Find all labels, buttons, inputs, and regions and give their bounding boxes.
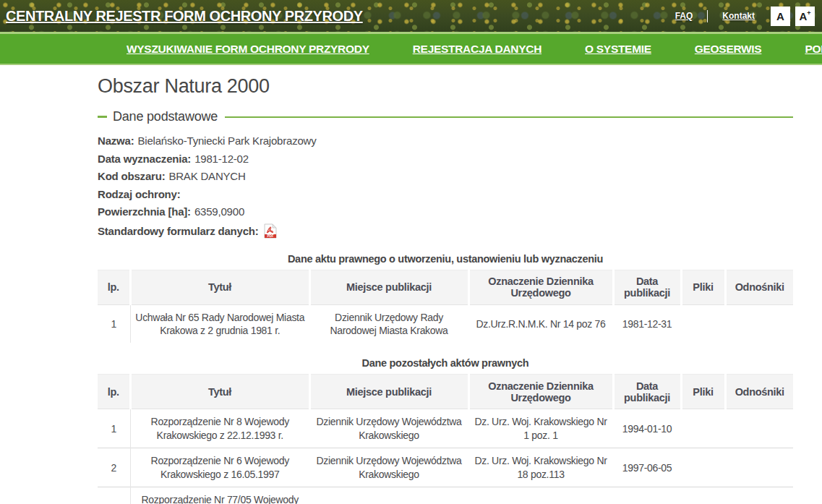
cell-miejsce: Dziennik Urzędowy Województwa Krakowskie… bbox=[309, 409, 468, 448]
nav-item-wyszukiwanie[interactable]: WYSZUKIWANIE FORM OCHRONY PRZYRODY bbox=[127, 43, 369, 56]
cell-tytul: Rozporządzenie Nr 6 Wojewody Krakowskieg… bbox=[130, 448, 309, 487]
field-nazwa: Nazwa: Bielańsko-Tyniecki Park Krajobraz… bbox=[98, 134, 793, 147]
cell-lp: 2 bbox=[98, 448, 130, 487]
faq-link[interactable]: FAQ bbox=[675, 11, 693, 21]
main-content: Obszar Natura 2000 Dane podstawowe Nazwa… bbox=[98, 75, 793, 504]
col-miejsce-publikacji: Miejsce publikacji bbox=[309, 270, 468, 304]
cell-odnosniki bbox=[725, 409, 793, 448]
col-data-publikacji: Data publikacji bbox=[613, 270, 681, 304]
field-rodzaj-ochrony: Rodzaj ochrony: bbox=[98, 188, 793, 200]
cell-tytul: Rozporządzenie Nr 8 Wojewody Krakowskieg… bbox=[130, 409, 309, 448]
cell-tytul: Rozporządzenie Nr 77/05 Wojewody Małopol… bbox=[130, 487, 309, 504]
cell-pliki bbox=[681, 304, 725, 343]
col-pliki: Pliki bbox=[681, 270, 725, 304]
nav-item-geoserwis[interactable]: GEOSERWIS bbox=[695, 43, 762, 56]
cell-odnosniki bbox=[725, 304, 793, 343]
cell-miejsce: Dziennik Urzędowy Rady Narodowej Miasta … bbox=[309, 304, 468, 343]
main-navigation: WYSZUKIWANIE FORM OCHRONY PRZYRODY REJES… bbox=[0, 32, 822, 65]
font-size-normal-button[interactable]: A bbox=[771, 7, 790, 26]
cell-lp: 1 bbox=[98, 409, 130, 448]
field-powierzchnia: Powierzchnia [ha]: 6359,0900 bbox=[98, 205, 793, 218]
table-row: 1 Uchwała Nr 65 Rady Narodowej Miasta Kr… bbox=[98, 304, 793, 343]
cell-pliki bbox=[681, 487, 725, 504]
table-row: 1 Rozporządzenie Nr 8 Wojewody Krakowski… bbox=[98, 409, 793, 448]
section-header-dane-podstawowe: Dane podstawowe bbox=[98, 109, 793, 124]
cell-oznaczenie: Dz. Urz. Woj. Krakowskiego Nr 18 poz.113 bbox=[468, 448, 613, 487]
page-title: Obszar Natura 2000 bbox=[98, 75, 793, 98]
col-lp: lp. bbox=[98, 270, 130, 304]
pdf-icon[interactable]: PDF bbox=[264, 223, 277, 239]
col-odnosniki: Odnośniki bbox=[725, 270, 793, 304]
cell-data-publikacji: 1997-06-05 bbox=[613, 448, 681, 487]
field-label: Nazwa: bbox=[98, 134, 134, 147]
top-links-divider bbox=[707, 10, 708, 22]
font-size-larger-label: A bbox=[799, 11, 807, 22]
table-akt-prawny-utworzenie: lp. Tytuł Miejsce publikacji Oznaczenie … bbox=[98, 270, 793, 343]
kontakt-link[interactable]: Kontakt bbox=[722, 11, 755, 21]
table-header-row: lp. Tytuł Miejsce publikacji Oznaczenie … bbox=[98, 270, 793, 304]
nav-item-pomoc[interactable]: POMOC bbox=[805, 43, 822, 56]
nav-item-rejestracja[interactable]: REJESTRACJA DANYCH bbox=[413, 43, 541, 56]
col-pliki: Pliki bbox=[681, 375, 725, 409]
table-row: 2 Rozporządzenie Nr 6 Wojewody Krakowski… bbox=[98, 448, 793, 487]
col-tytul: Tytuł bbox=[130, 375, 309, 409]
cell-tytul: Uchwała Nr 65 Rady Narodowej Miasta Krak… bbox=[130, 304, 309, 343]
table-pozostale-akty: lp. Tytuł Miejsce publikacji Oznaczenie … bbox=[98, 374, 793, 504]
field-label: Kod obszaru: bbox=[98, 170, 165, 182]
col-oznaczenie-dziennika: Oznaczenie Dziennika Urzędowego bbox=[468, 270, 613, 304]
cell-pliki bbox=[681, 409, 725, 448]
cell-oznaczenie: Dz. Urz. Woj. Krakowskiego Nr 1 poz. 1 bbox=[468, 409, 613, 448]
cell-pliki bbox=[681, 448, 725, 487]
col-miejsce-publikacji: Miejsce publikacji bbox=[309, 375, 468, 409]
cell-miejsce: Dziennik Urzędowy Województwa Krakowskie… bbox=[309, 448, 468, 487]
col-oznaczenie-dziennika: Oznaczenie Dziennika Urzędowego bbox=[468, 375, 613, 409]
font-size-larger-button[interactable]: A+ bbox=[795, 7, 815, 26]
field-value: BRAK DANYCH bbox=[168, 170, 245, 182]
cell-lp: 3 bbox=[98, 487, 130, 504]
field-value: Bielańsko-Tyniecki Park Krajobrazowy bbox=[137, 134, 316, 147]
field-label: Rodzaj ochrony: bbox=[98, 188, 181, 200]
top-header-bar: CENTRALNY REJESTR FORM OCHRONY PRZYRODY … bbox=[0, 0, 822, 32]
table-row: 3 Rozporządzenie Nr 77/05 Wojewody Małop… bbox=[98, 487, 793, 504]
col-lp: lp. bbox=[98, 375, 130, 409]
col-tytul: Tytuł bbox=[130, 270, 309, 304]
site-title-link[interactable]: CENTRALNY REJESTR FORM OCHRONY PRZYRODY bbox=[6, 8, 363, 25]
table2-caption: Dane pozostałych aktów prawnych bbox=[98, 357, 793, 369]
cell-data-publikacji: 1994-01-10 bbox=[613, 409, 681, 448]
cell-data-publikacji: 2006-01-26 bbox=[613, 487, 681, 504]
cell-data-publikacji: 1981-12-31 bbox=[613, 304, 681, 343]
cell-odnosniki bbox=[725, 448, 793, 487]
field-value: 1981-12-02 bbox=[194, 153, 249, 165]
section-dash-icon bbox=[98, 116, 107, 118]
col-odnosniki: Odnośniki bbox=[725, 375, 793, 409]
field-label: Powierzchnia [ha]: bbox=[98, 205, 191, 218]
basic-data-fields: Nazwa: Bielańsko-Tyniecki Park Krajobraz… bbox=[98, 134, 793, 239]
field-label: Data wyznaczenia: bbox=[98, 153, 191, 165]
table-header-row: lp. Tytuł Miejsce publikacji Oznaczenie … bbox=[98, 375, 793, 409]
section-divider-line bbox=[225, 116, 793, 118]
nav-item-o-systemie[interactable]: O SYSTEMIE bbox=[585, 43, 651, 56]
cell-odnosniki bbox=[725, 487, 793, 504]
field-value: 6359,0900 bbox=[194, 205, 244, 218]
field-label: Standardowy formularz danych: bbox=[98, 225, 259, 237]
cell-oznaczenie: Dz.Urz.R.N.M.K. Nr 14 poz 76 bbox=[468, 304, 613, 343]
field-data-wyznaczenia: Data wyznaczenia: 1981-12-02 bbox=[98, 153, 793, 165]
font-size-larger-plus: + bbox=[807, 10, 810, 17]
cell-oznaczenie: Dz. Urz. z 2006 r. Nr 50, poz. 277 bbox=[468, 487, 613, 504]
field-standardowy-formularz: Standardowy formularz danych: PDF bbox=[98, 223, 793, 239]
col-data-publikacji: Data publikacji bbox=[613, 375, 681, 409]
cell-miejsce: Dz. Urz. Województwa Małopolskiego bbox=[309, 487, 468, 504]
top-right-tools: FAQ Kontakt A A+ bbox=[675, 7, 815, 26]
section-title: Dane podstawowe bbox=[113, 109, 218, 124]
field-kod-obszaru: Kod obszaru: BRAK DANYCH bbox=[98, 170, 793, 182]
cell-lp: 1 bbox=[98, 304, 130, 343]
svg-text:PDF: PDF bbox=[267, 234, 273, 238]
table1-caption: Dane aktu prawnego o utworzeniu, ustanow… bbox=[98, 253, 793, 265]
